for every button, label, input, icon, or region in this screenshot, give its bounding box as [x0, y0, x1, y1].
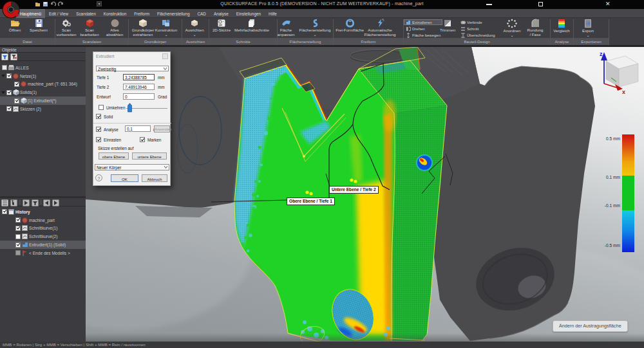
svg-text:z: z — [600, 51, 603, 57]
svg-text:x: x — [622, 89, 625, 95]
